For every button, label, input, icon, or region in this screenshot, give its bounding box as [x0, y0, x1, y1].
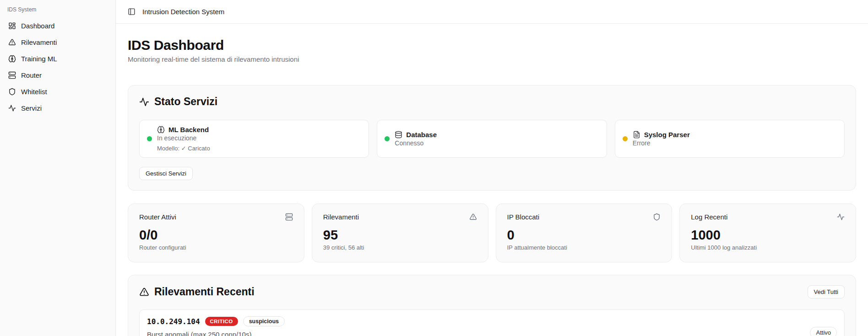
- stat-top: Rilevamenti: [323, 213, 477, 221]
- sidebar-item-rilevamenti[interactable]: Rilevamenti: [5, 35, 111, 50]
- detections-heading: Rilevamenti Recenti: [139, 286, 255, 298]
- services-heading: Stato Servizi: [139, 96, 845, 108]
- view-all-button[interactable]: Vedi Tutti: [808, 285, 845, 299]
- activity-icon: [837, 213, 845, 221]
- database-icon: [395, 131, 402, 139]
- service-status: In esecuzione: [157, 134, 210, 142]
- stat-top: IP Bloccati: [507, 213, 661, 221]
- server-icon: [285, 213, 293, 221]
- sidebar-item-training-ml[interactable]: Training ML: [5, 51, 111, 66]
- service-name-row: Syslog Parser: [633, 131, 690, 139]
- stat-subtext: Ultimi 1000 log analizzati: [691, 244, 845, 251]
- stat-card-router-attivi: Router Attivi 0/0 Router configurati: [128, 203, 304, 262]
- triangle-alert-icon: [469, 213, 477, 221]
- service-info: Syslog Parser Errore: [633, 131, 690, 147]
- detection-details: 10.0.249.104 CRITICO suspicious Burst an…: [147, 316, 285, 336]
- tag-badge: suspicious: [243, 316, 285, 326]
- main-area: Intrusion Detection System IDS Dashboard…: [116, 0, 868, 336]
- stat-card-log-recenti: Log Recenti 1000 Ultimi 1000 log analizz…: [679, 203, 856, 262]
- detection-ip: 10.0.249.104: [147, 317, 200, 326]
- stat-title: IP Bloccati: [507, 213, 540, 221]
- brain-icon: [157, 126, 165, 133]
- layout-dashboard-icon: [8, 22, 16, 30]
- sidebar-item-whitelist[interactable]: Whitelist: [5, 84, 111, 99]
- sidebar-item-servizi[interactable]: Servizi: [5, 101, 111, 116]
- sidebar-item-router[interactable]: Router: [5, 68, 111, 83]
- sidebar-item-label: Training ML: [21, 55, 57, 63]
- stat-top: Router Attivi: [139, 213, 293, 221]
- status-dot: [385, 136, 390, 141]
- stat-value: 95: [323, 228, 477, 243]
- activity-icon: [8, 104, 16, 112]
- stats-grid: Router Attivi 0/0 Router configurati Ril…: [128, 203, 856, 262]
- shield-icon: [8, 88, 16, 96]
- topbar: Intrusion Detection System: [116, 0, 868, 24]
- service-model-detail: Modello: ✓ Caricato: [157, 145, 210, 152]
- service-card-database: Database Connesso: [377, 120, 607, 158]
- services-status-card: Stato Servizi ML Backend In esecuzione M…: [128, 85, 856, 191]
- stat-subtext: 39 critici, 56 alti: [323, 244, 477, 251]
- stat-value: 0: [507, 228, 661, 243]
- service-name: Syslog Parser: [644, 131, 690, 139]
- service-name-row: ML Backend: [157, 126, 210, 133]
- detection-description: Burst anomali (max 250 conn/10s): [147, 331, 285, 336]
- service-status: Errore: [633, 139, 690, 147]
- detection-status-badge: Attivo: [810, 327, 837, 336]
- sidebar: IDS System Dashboard Rilevamenti Trainin…: [0, 0, 116, 336]
- recent-detections-card: Rilevamenti Recenti Vedi Tutti 10.0.249.…: [128, 275, 856, 336]
- service-info: ML Backend In esecuzione Modello: ✓ Cari…: [157, 126, 210, 152]
- service-name: ML Backend: [168, 126, 209, 133]
- server-icon: [8, 71, 16, 79]
- service-name: Database: [406, 131, 437, 139]
- service-card-ml-backend: ML Backend In esecuzione Modello: ✓ Cari…: [139, 120, 369, 158]
- page-subtitle: Monitoring real-time del sistema di rile…: [128, 55, 856, 63]
- app-title: Intrusion Detection System: [142, 8, 224, 16]
- service-status: Connesso: [395, 139, 437, 147]
- severity-badge: CRITICO: [205, 317, 238, 326]
- sidebar-group-label: IDS System: [5, 4, 111, 18]
- service-name-row: Database: [395, 131, 437, 139]
- stat-card-rilevamenti: Rilevamenti 95 39 critici, 56 alti: [312, 203, 488, 262]
- detections-header-row: Rilevamenti Recenti Vedi Tutti: [139, 285, 845, 299]
- stat-top: Log Recenti: [691, 213, 845, 221]
- service-info: Database Connesso: [395, 131, 437, 147]
- sidebar-item-label: Whitelist: [21, 88, 47, 96]
- stat-title: Router Attivi: [139, 213, 176, 221]
- stat-title: Log Recenti: [691, 213, 727, 221]
- triangle-alert-icon: [139, 287, 149, 297]
- stat-title: Rilevamenti: [323, 213, 359, 221]
- manage-services-button[interactable]: Gestisci Servizi: [139, 167, 193, 180]
- stat-value: 0/0: [139, 228, 293, 243]
- services-grid: ML Backend In esecuzione Modello: ✓ Cari…: [139, 120, 845, 158]
- sidebar-item-label: Rilevamenti: [21, 38, 57, 46]
- services-heading-label: Stato Servizi: [154, 96, 217, 108]
- shield-icon: [653, 213, 661, 221]
- file-text-icon: [633, 131, 640, 139]
- stat-value: 1000: [691, 228, 845, 243]
- brain-icon: [8, 55, 16, 63]
- triangle-alert-icon: [8, 38, 16, 46]
- stat-card-ip-bloccati: IP Bloccati 0 IP attualmente bloccati: [496, 203, 673, 262]
- detection-row: 10.0.249.104 CRITICO suspicious Burst an…: [139, 309, 845, 336]
- ids-app: IDS System Dashboard Rilevamenti Trainin…: [0, 0, 868, 336]
- service-card-syslog-parser: Syslog Parser Errore: [615, 120, 845, 158]
- stat-subtext: Router configurati: [139, 244, 293, 251]
- stat-subtext: IP attualmente bloccati: [507, 244, 661, 251]
- sidebar-item-label: Dashboard: [21, 22, 54, 30]
- detections-heading-label: Rilevamenti Recenti: [154, 286, 255, 298]
- sidebar-item-label: Router: [21, 71, 42, 79]
- sidebar-item-dashboard[interactable]: Dashboard: [5, 18, 111, 33]
- activity-icon: [139, 97, 149, 107]
- panel-left-toggle-icon[interactable]: [128, 8, 136, 16]
- page-content: IDS Dashboard Monitoring real-time del s…: [116, 24, 868, 336]
- status-dot: [147, 136, 152, 141]
- detection-line1: 10.0.249.104 CRITICO suspicious: [147, 316, 285, 326]
- page-title: IDS Dashboard: [128, 37, 856, 53]
- status-dot: [623, 136, 628, 141]
- sidebar-item-label: Servizi: [21, 104, 42, 112]
